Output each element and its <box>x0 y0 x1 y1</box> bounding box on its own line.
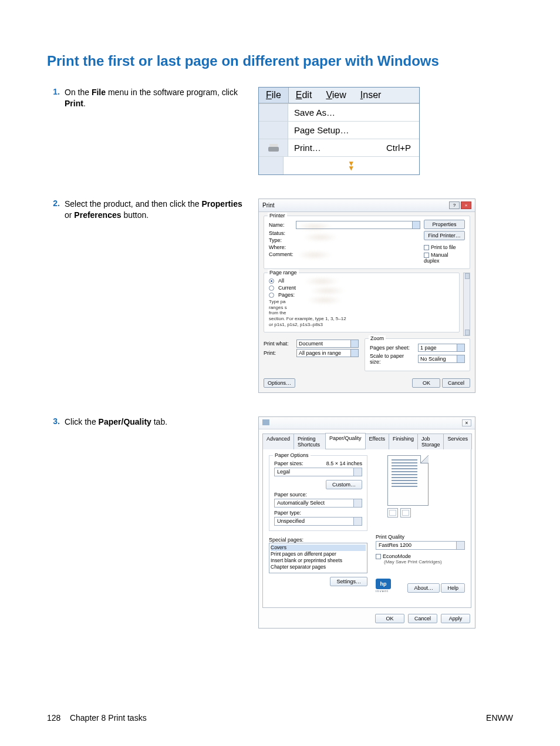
print-quality-combo[interactable]: FastRes 1200 <box>376 541 465 550</box>
apply-button[interactable]: Apply <box>441 614 470 623</box>
help-icon[interactable]: ? <box>449 201 460 209</box>
printer-icon <box>268 144 279 152</box>
close-icon[interactable]: × <box>461 201 471 209</box>
economode-checkbox[interactable] <box>376 554 381 559</box>
close-icon[interactable]: × <box>462 419 471 426</box>
properties-button[interactable]: Properties <box>424 220 465 229</box>
hp-logo-icon: hp <box>376 579 391 589</box>
cancel-button[interactable]: Cancel <box>408 614 437 623</box>
list-item[interactable]: Covers <box>271 545 366 551</box>
menu-edit[interactable]: Edit <box>289 88 319 103</box>
range-current-radio[interactable] <box>269 285 274 291</box>
paper-size-dim: 8.5 × 14 inches <box>326 461 362 466</box>
paper-sizes-label: Paper sizes: <box>274 461 303 466</box>
zoom-group-label: Zoom <box>369 335 386 341</box>
step-1: 1. On the File menu in the software prog… <box>47 87 513 175</box>
menu-file[interactable]: File <box>259 88 289 103</box>
special-pages-label: Special pages: <box>269 537 367 543</box>
chapter-label: Chapter 8 Print tasks <box>70 713 147 723</box>
scale-combo[interactable]: No Scaling <box>418 355 465 363</box>
list-item[interactable]: Print pages on different paper <box>271 551 366 557</box>
find-printer-button[interactable]: Find Printer… <box>424 231 465 240</box>
step-2: 2. Select the product, and then click th… <box>47 199 513 393</box>
print-quality-label: Print Quality <box>376 534 465 540</box>
about-button[interactable]: About… <box>407 583 440 593</box>
properties-dialog-screenshot: × Advanced Printing Shortcuts Paper/Qual… <box>258 416 475 629</box>
manual-duplex-checkbox[interactable] <box>424 253 429 258</box>
print-to-file-checkbox[interactable] <box>424 245 429 250</box>
print-what-combo[interactable]: Document <box>296 340 359 348</box>
range-all-radio[interactable] <box>269 278 274 284</box>
step-number: 3. <box>47 416 65 426</box>
tab-strip: Advanced Printing Shortcuts Paper/Qualit… <box>262 433 471 449</box>
tab-finishing[interactable]: Finishing <box>389 434 418 449</box>
step-number: 1. <box>47 87 65 96</box>
footer-right: ENWW <box>486 713 513 723</box>
menu-item-print[interactable]: Print…Ctrl+P <box>259 139 419 157</box>
tab-effects[interactable]: Effects <box>365 434 389 449</box>
paper-size-combo[interactable]: Legal <box>274 468 362 476</box>
ok-button[interactable]: OK <box>412 378 440 388</box>
scrollbar[interactable] <box>463 273 470 336</box>
orientation-icon <box>400 508 411 518</box>
file-menu-screenshot: File Edit View Inser Save As… Page Setup… <box>258 87 420 175</box>
special-pages-list[interactable]: Covers Print pages on different paper In… <box>269 543 367 573</box>
menu-item-save-as[interactable]: Save As… <box>259 104 419 122</box>
step-text: On the File menu in the software program… <box>65 87 258 109</box>
printer-name-combo[interactable] <box>296 221 420 229</box>
paper-type-combo[interactable]: Unspecified <box>274 517 362 526</box>
range-pages-radio[interactable] <box>269 293 274 298</box>
menubar: File Edit View Inser <box>259 88 419 103</box>
print-range-combo[interactable]: All pages in range <box>296 349 359 357</box>
printer-group-label: Printer <box>268 213 287 219</box>
tab-job-storage[interactable]: Job Storage <box>417 434 444 449</box>
step-number: 2. <box>47 199 65 208</box>
section-title: Print the first or last page on differen… <box>47 53 513 69</box>
help-button[interactable]: Help <box>441 583 465 593</box>
tab-paper-quality[interactable]: Paper/Quality <box>325 433 366 449</box>
menu-insert[interactable]: Inser <box>353 88 389 103</box>
economode-hint: (May Save Print Cartridges) <box>384 559 465 564</box>
chevron-down-icon: ▾▾ <box>284 159 419 173</box>
tab-printing-shortcuts[interactable]: Printing Shortcuts <box>294 434 326 449</box>
page-footer: 128 Chapter 8 Print tasks ENWW <box>47 713 513 723</box>
paper-source-label: Paper source: <box>274 492 362 498</box>
tab-services[interactable]: Services <box>443 434 472 449</box>
orientation-icon <box>387 508 398 518</box>
paper-options-label: Paper Options <box>273 452 311 458</box>
custom-button[interactable]: Custom… <box>326 480 362 489</box>
list-item[interactable]: Insert blank or preprinted sheets <box>271 557 366 564</box>
pages-per-sheet-combo[interactable]: 1 page <box>418 344 465 352</box>
menu-view[interactable]: View <box>319 88 353 103</box>
ok-button[interactable]: OK <box>375 614 404 623</box>
step-3: 3. Click the Paper/Quality tab. × Advanc… <box>47 416 513 629</box>
dialog-title: Print <box>262 202 275 209</box>
settings-button[interactable]: Settings… <box>330 577 367 586</box>
options-button[interactable]: Options… <box>264 378 295 388</box>
properties-title-icon <box>262 419 269 425</box>
cancel-button[interactable]: Cancel <box>442 378 470 388</box>
step-text: Click the Paper/Quality tab. <box>65 416 258 428</box>
menu-item-page-setup[interactable]: Page Setup… <box>259 122 419 139</box>
step-text: Select the product, and then click the P… <box>65 199 258 221</box>
page-number: 128 <box>47 713 60 723</box>
paper-source-combo[interactable]: Automatically Select <box>274 499 362 508</box>
tab-advanced[interactable]: Advanced <box>262 434 294 449</box>
paper-type-label: Paper type: <box>274 510 362 516</box>
list-item[interactable]: Chapter separator pages <box>271 564 366 570</box>
page-preview-icon: E <box>387 455 429 506</box>
page-range-label: Page range <box>268 270 299 275</box>
menu-expand[interactable]: ▾▾ <box>259 157 419 174</box>
print-dialog-screenshot: Print ? × Printer Name: Status: Type: <box>258 199 475 393</box>
